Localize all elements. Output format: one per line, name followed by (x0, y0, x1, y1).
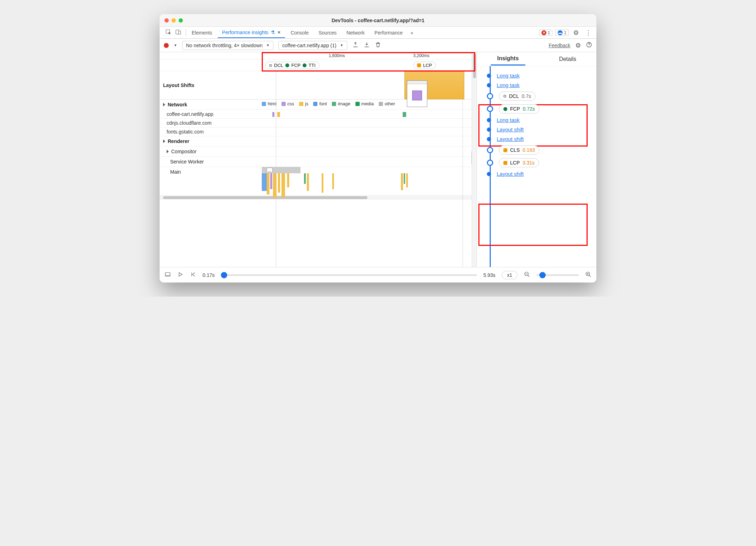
fcp-icon (503, 107, 507, 111)
ruler-tick: 1,600ms (329, 53, 345, 58)
drawer-toggle-icon[interactable] (165, 271, 171, 279)
marker-pill-lcp[interactable]: LCP (413, 62, 436, 69)
errors-badge[interactable]: ✕1 (539, 30, 553, 36)
traffic-lights (165, 18, 183, 23)
throttling-select[interactable]: No network throttling, 4× slowdown▼ (182, 41, 273, 50)
feedback-link[interactable]: Feedback (549, 43, 570, 48)
help-icon[interactable] (586, 42, 592, 49)
layout-shifts-label: Layout Shifts (160, 80, 262, 90)
playback-speed[interactable]: x1 (502, 271, 518, 279)
record-button[interactable] (164, 43, 169, 48)
insight-link-layoutshift[interactable]: Layout shift (497, 126, 524, 132)
svg-rect-4 (165, 273, 170, 277)
flask-icon: ⚗ (271, 30, 275, 35)
network-row[interactable]: coffee-cart.netlify.app (160, 110, 262, 118)
device-toolbar-icon[interactable] (175, 29, 181, 36)
details-tab[interactable]: Details (553, 53, 583, 65)
messages-badge[interactable]: ▬1 (555, 30, 569, 36)
ruler-tick: 3,200ms (413, 53, 429, 58)
titlebar: DevTools - coffee-cart.netlify.app/?ad=1 (160, 14, 596, 27)
record-options-dropdown[interactable]: ▼ (174, 43, 177, 47)
network-row[interactable]: cdnjs.cloudflare.com (160, 119, 262, 127)
tab-performance[interactable]: Performance (370, 28, 407, 38)
playback-footer: 0.17s 5.93s x1 (160, 267, 596, 283)
metric-fcp[interactable]: FCP 0.72s (499, 104, 539, 113)
zoom-window-icon[interactable] (179, 18, 183, 23)
devtools-tabbar: Elements Performance insights ⚗ ✕ Consol… (160, 27, 596, 39)
svg-line-12 (589, 275, 591, 277)
overflow-tabs-icon[interactable]: » (408, 30, 415, 36)
expand-icon (167, 150, 169, 153)
tab-console[interactable]: Console (286, 28, 313, 38)
time-ruler: 1,600ms 3,200ms (160, 52, 477, 60)
insights-sidebar: Insights Details Long task Long task DCL… (477, 52, 596, 267)
lcp-icon (503, 161, 507, 165)
cls-icon (503, 148, 507, 152)
zoom-slider[interactable] (537, 274, 579, 276)
zoom-in-icon[interactable] (585, 271, 591, 279)
svg-line-8 (528, 275, 529, 277)
window-title: DevTools - coffee-cart.netlify.app/?ad=1 (160, 18, 596, 23)
devtools-window: DevTools - coffee-cart.netlify.app/?ad=1… (160, 14, 596, 283)
main-track-label: Main (160, 167, 262, 177)
toolbar-settings-icon[interactable]: ⚙ (575, 42, 581, 49)
vertical-scrollbar[interactable] (472, 52, 477, 267)
service-worker-label: Service Worker (160, 157, 262, 167)
tracks-area[interactable]: Layout Shifts Network html css (160, 71, 477, 267)
close-tab-icon[interactable]: ✕ (277, 30, 281, 35)
more-menu-icon[interactable]: ⋮ (583, 29, 594, 37)
insights-tab[interactable]: Insights (491, 52, 525, 66)
time-start: 0.17s (203, 272, 215, 278)
zoom-out-icon[interactable] (524, 271, 530, 279)
tti-icon (303, 63, 306, 67)
tab-sources[interactable]: Sources (314, 28, 341, 38)
tab-elements[interactable]: Elements (187, 28, 216, 38)
dcl-icon (503, 95, 506, 98)
renderer-track-label[interactable]: Renderer (160, 136, 262, 146)
metric-dcl[interactable]: DCL 0.7s (499, 92, 535, 101)
time-end: 5.93s (483, 272, 495, 278)
network-row[interactable]: fonts.gstatic.com (160, 128, 262, 136)
insights-toolbar: ▼ No network throttling, 4× slowdown▼ co… (160, 39, 596, 52)
minimize-window-icon[interactable] (172, 18, 176, 23)
tab-network[interactable]: Network (342, 28, 369, 38)
compositor-track-label[interactable]: Compositor (160, 147, 262, 156)
expand-icon (163, 139, 165, 143)
metric-lcp[interactable]: LCP 3.31s (499, 158, 539, 167)
import-icon[interactable] (364, 42, 370, 49)
network-track-label[interactable]: Network (160, 100, 262, 110)
delete-icon[interactable] (375, 42, 381, 49)
playback-slider[interactable] (221, 274, 477, 276)
horizontal-scrollbar[interactable] (160, 196, 477, 200)
dcl-icon (269, 64, 272, 67)
insight-link-layoutshift[interactable]: Layout shift (497, 171, 524, 177)
inspect-element-icon[interactable] (165, 29, 172, 36)
insight-link-layoutshift[interactable]: Layout shift (497, 136, 524, 142)
fcp-icon (285, 63, 289, 67)
close-window-icon[interactable] (165, 18, 169, 23)
export-icon[interactable] (352, 42, 359, 49)
lcp-icon (417, 63, 421, 67)
task-ellipsis[interactable]: ... (267, 168, 273, 173)
svg-rect-2 (179, 31, 181, 34)
insight-link-longtask[interactable]: Long task (497, 117, 520, 123)
markers-row: DCL FCP TTI LCP (160, 60, 477, 71)
highlight-annotation (478, 204, 588, 246)
insight-link-longtask[interactable]: Long task (497, 82, 520, 88)
insight-link-longtask[interactable]: Long task (497, 73, 520, 79)
tab-performance-insights[interactable]: Performance insights ⚗ ✕ (218, 27, 285, 38)
network-legend: html css js font image media other (262, 100, 477, 108)
play-icon[interactable] (177, 271, 184, 279)
settings-icon[interactable]: ⚙ (570, 29, 582, 37)
timeline-panel: 1,600ms 3,200ms DCL FCP TTI LCP (160, 52, 477, 267)
metric-cls[interactable]: CLS 0.193 (499, 145, 539, 155)
insights-timeline[interactable]: Long task Long task DCL 0.7s FCP 0.72s (477, 66, 596, 267)
marker-pill-group1[interactable]: DCL FCP TTI (265, 62, 320, 69)
expand-icon (163, 103, 165, 106)
page-select[interactable]: coffee-cart.netlify.app (1)▼ (278, 41, 347, 50)
rewind-start-icon[interactable] (190, 271, 196, 279)
